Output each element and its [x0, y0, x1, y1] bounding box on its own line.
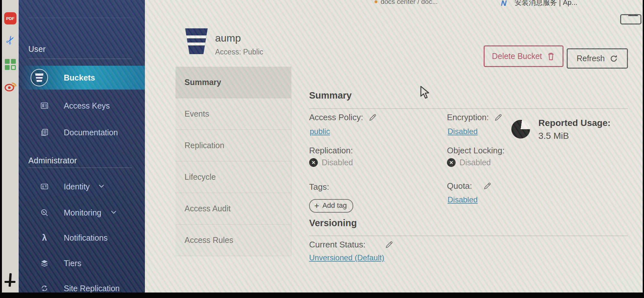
- replication-value: Disabled: [322, 158, 353, 167]
- tiers-icon: [40, 259, 49, 268]
- edit-quota-icon[interactable]: [483, 182, 492, 190]
- sidebar: User Buckets Access Keys: [19, 0, 145, 293]
- chevron-down-icon: [111, 210, 117, 216]
- app-grid-icon[interactable]: [5, 59, 16, 70]
- replication-label: Replication:: [309, 146, 353, 156]
- reported-usage-label: Reported Usage:: [538, 118, 611, 128]
- desktop-strip: PDF ✂: [2, 0, 19, 293]
- bucket-tabs: Summary Events Replication Lifecycle Acc…: [175, 67, 291, 256]
- id-card-icon: [40, 182, 49, 191]
- documentation-icon: [40, 128, 49, 137]
- sidebar-heading-user: User: [28, 44, 46, 54]
- sidebar-item-identity[interactable]: Identity: [19, 178, 145, 195]
- lambda-icon: λ: [40, 233, 49, 242]
- section-divider: [309, 108, 628, 109]
- site-replication-icon: [40, 284, 49, 293]
- sidebar-item-label: Site Replication: [64, 284, 120, 293]
- bucket-header-icon: [185, 28, 208, 54]
- monitor-search-icon: [40, 208, 49, 217]
- bucket-circle-icon: [31, 69, 48, 86]
- encryption-label: Encryption:: [447, 112, 503, 122]
- sidebar-item-notifications[interactable]: λ Notifications: [19, 230, 145, 246]
- tags-label: Tags:: [309, 182, 329, 192]
- screen-smudge: [5, 281, 15, 283]
- object-locking-status: ✕ Disabled: [447, 158, 491, 167]
- x-circle-icon: ✕: [309, 158, 318, 167]
- screen-smudge: [9, 273, 12, 287]
- id-badge-icon: [40, 101, 49, 110]
- tab-access-rules[interactable]: Access Rules: [175, 225, 291, 256]
- sidebar-item-site-replication[interactable]: Site Replication: [19, 280, 145, 293]
- sidebar-item-label: Monitoring: [64, 208, 101, 217]
- tab-events[interactable]: Events: [175, 98, 291, 130]
- section-divider: [309, 236, 628, 236]
- sidebar-item-label: Buckets: [64, 73, 95, 82]
- sidebar-item-label: Tiers: [64, 259, 81, 268]
- current-status-value-link[interactable]: Unversioned (Default): [309, 253, 384, 262]
- minimize-dash-icon: [628, 14, 638, 16]
- screen: PDF ✂ docs center / doc... N 安装消息服务 | Ap…: [0, 0, 644, 298]
- usage-pie-icon: [511, 120, 530, 139]
- access-label: Access: Public: [215, 48, 263, 56]
- sidebar-item-label: Documentation: [64, 128, 118, 137]
- quota-value-link[interactable]: Disabled: [448, 195, 478, 204]
- summary-title: Summary: [309, 90, 352, 101]
- pdf-icon[interactable]: PDF: [4, 12, 16, 24]
- summary-panel: Summary Access Policy: public Encryption…: [309, 0, 629, 293]
- replication-status: ✕ Disabled: [309, 158, 353, 167]
- tab-access-audit[interactable]: Access Audit: [175, 193, 291, 225]
- quota-label: Quota:: [447, 181, 492, 191]
- sidebar-item-access-keys[interactable]: Access Keys: [19, 98, 145, 114]
- sidebar-item-buckets[interactable]: Buckets: [19, 66, 145, 90]
- app-window: docs center / doc... N 安装消息服务 | Ap... Us…: [19, 0, 643, 293]
- sidebar-item-documentation[interactable]: Documentation: [19, 124, 145, 140]
- encryption-value-link[interactable]: Disabled: [448, 127, 478, 136]
- edit-versioning-icon[interactable]: [385, 240, 393, 249]
- sidebar-top-divider: [28, 18, 134, 18]
- tab-lifecycle[interactable]: Lifecycle: [175, 161, 291, 193]
- add-tag-button[interactable]: + Add tag: [309, 199, 353, 213]
- sidebar-item-tiers[interactable]: Tiers: [19, 255, 145, 271]
- object-locking-label: Object Locking:: [447, 146, 505, 156]
- chevron-down-icon: [99, 184, 104, 189]
- sidebar-item-label: Access Keys: [64, 101, 110, 111]
- versioning-title: Versioning: [309, 218, 357, 228]
- add-tag-label: Add tag: [322, 201, 347, 210]
- sidebar-divider: [28, 168, 132, 168]
- current-status-label: Current Status:: [309, 240, 393, 250]
- access-policy-value-link[interactable]: public: [310, 127, 330, 136]
- tab-summary[interactable]: Summary: [175, 67, 291, 98]
- sidebar-item-monitoring[interactable]: Monitoring: [19, 205, 145, 221]
- plus-icon: +: [314, 202, 319, 209]
- sidebar-divider: [28, 59, 132, 59]
- tab-replication[interactable]: Replication: [175, 130, 291, 161]
- scissors-icon[interactable]: ✂: [6, 34, 15, 46]
- edit-encryption-icon[interactable]: [494, 113, 503, 122]
- reported-usage-value: 3.5 MiB: [538, 131, 569, 141]
- sidebar-item-label: Notifications: [64, 233, 108, 243]
- x-circle-icon: ✕: [447, 158, 456, 167]
- edit-access-policy-icon[interactable]: [368, 113, 377, 122]
- access-policy-label: Access Policy:: [309, 112, 377, 122]
- page-title: aump: [215, 32, 241, 44]
- object-locking-value: Disabled: [459, 158, 491, 167]
- sidebar-heading-administrator: Administrator: [28, 156, 77, 165]
- weibo-icon[interactable]: [4, 79, 17, 94]
- sidebar-item-label: Identity: [64, 182, 90, 191]
- mouse-cursor: [420, 86, 431, 100]
